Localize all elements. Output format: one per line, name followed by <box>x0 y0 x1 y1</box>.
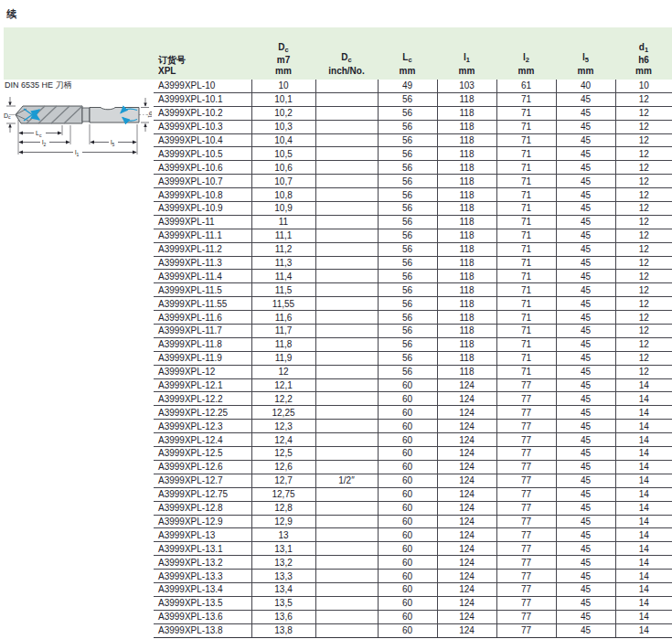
dc-mm-cell: 11,9 <box>251 351 315 365</box>
dc-mm-cell: 12,9 <box>251 515 315 528</box>
lc-cell: 56 <box>378 202 437 216</box>
dc-mm-cell: 10 <box>251 80 315 92</box>
l2-cell: 77 <box>496 556 556 570</box>
order-number-cell: A3999XPL-10 <box>154 80 251 92</box>
l5-cell: 45 <box>556 133 615 147</box>
lc-cell: 56 <box>378 270 437 283</box>
l1-cell: 118 <box>437 325 496 338</box>
l2-cell: 71 <box>496 311 556 325</box>
dc-inch-cell <box>315 325 378 338</box>
table-row: A3999XPL-10.510,556118714512 <box>154 147 672 161</box>
l1-cell: 124 <box>437 460 496 474</box>
table-row: A3999XPL-13.113,160124774514 <box>154 542 672 556</box>
l1-cell: 124 <box>437 556 496 570</box>
l5-cell: 45 <box>556 392 615 406</box>
dc-inch-cell <box>315 242 378 256</box>
dc-inch-cell <box>315 188 378 202</box>
table-row: A3999XPL-12.412,460124774514 <box>154 433 672 447</box>
l1-cell: 118 <box>437 365 496 378</box>
table-row: A3999XPL-13.513,560124774514 <box>154 596 672 610</box>
l5-cell: 45 <box>556 596 615 610</box>
lc-cell: 56 <box>378 242 437 256</box>
dc-inch-cell <box>315 392 378 406</box>
lc-cell: 56 <box>378 283 437 297</box>
order-number-cell: A3999XPL-11.7 <box>154 325 251 338</box>
l5-cell: 45 <box>556 542 615 556</box>
dc-mm-cell: 13,1 <box>251 542 315 556</box>
table-row: A3999XPL-11.911,956118714512 <box>154 351 672 365</box>
dc-inch-cell <box>315 283 378 297</box>
table-row: A3999XPL-11.211,256118714512 <box>154 242 672 256</box>
lc-cell: 60 <box>378 570 437 583</box>
order-number-cell: A3999XPL-13.8 <box>154 623 251 637</box>
order-number-cell: A3999XPL-12.4 <box>154 433 251 447</box>
l2-cell: 77 <box>496 460 556 474</box>
dc-inch-cell <box>315 406 378 420</box>
l5-cell: 45 <box>556 623 615 637</box>
l5-cell: 45 <box>556 297 615 311</box>
l1-cell: 103 <box>437 80 496 92</box>
d1-cell: 14 <box>615 556 672 570</box>
order-number-cell: A3999XPL-12.7 <box>154 474 251 487</box>
l2-cell: 77 <box>496 501 556 515</box>
shank-type-label: DIN 6535 HE 刀柄 <box>5 80 72 91</box>
d1-cell: 14 <box>615 528 672 542</box>
order-number-cell: A3999XPL-13.1 <box>154 542 251 556</box>
d1-cell: 12 <box>615 161 672 175</box>
lc-cell: 60 <box>378 501 437 515</box>
l5-cell: 45 <box>556 270 615 283</box>
lc-cell: 60 <box>378 542 437 556</box>
d1-cell: 12 <box>615 120 672 133</box>
l1-cell: 124 <box>437 570 496 583</box>
table-row: A3999XPL-11.411,456118714512 <box>154 270 672 283</box>
l1-cell: 118 <box>437 337 496 351</box>
l5-cell: 45 <box>556 188 615 202</box>
table-row: A3999XPL-11.511,556118714512 <box>154 283 672 297</box>
order-number-cell: A3999XPL-11.2 <box>154 242 251 256</box>
l2-cell: 77 <box>496 515 556 528</box>
l1-cell: 118 <box>437 175 496 188</box>
l1-cell: 118 <box>437 215 496 229</box>
table-row: A3999XPL-12.212,260124774514 <box>154 392 672 406</box>
d1-cell: 12 <box>615 92 672 106</box>
l2-cell: 77 <box>496 433 556 447</box>
dc-mm-cell: 12,75 <box>251 487 315 501</box>
dc-mm-cell: 13,5 <box>251 596 315 610</box>
l5-cell: 45 <box>556 147 615 161</box>
l5-cell: 40 <box>556 80 615 92</box>
l5-cell: 45 <box>556 92 615 106</box>
lc-cell: 60 <box>378 610 437 623</box>
dc-mm-cell: 10,5 <box>251 147 315 161</box>
order-number-cell: A3999XPL-10.2 <box>154 106 251 120</box>
d1-cell: 12 <box>615 133 672 147</box>
lc-cell: 60 <box>378 596 437 610</box>
l1-cell: 118 <box>437 351 496 365</box>
header-l2: l2 mm <box>496 27 556 80</box>
dc-inch-cell <box>315 501 378 515</box>
dc-inch-cell <box>315 582 378 596</box>
dc-mm-cell: 10,6 <box>251 161 315 175</box>
dc-mm-cell: 11,5 <box>251 283 315 297</box>
l2-cell: 71 <box>496 297 556 311</box>
order-number-cell: A3999XPL-12.3 <box>154 420 251 433</box>
dc-mm-cell: 10,7 <box>251 175 315 188</box>
lc-cell: 56 <box>378 92 437 106</box>
l1-cell: 118 <box>437 256 496 270</box>
l5-cell: 45 <box>556 378 615 392</box>
lc-cell: 56 <box>378 188 437 202</box>
l2-cell: 77 <box>496 542 556 556</box>
l2-cell: 71 <box>496 365 556 378</box>
table-row: A3999XPL-111156118714512 <box>154 215 672 229</box>
l5-cell: 45 <box>556 242 615 256</box>
l1-cell: 124 <box>437 447 496 461</box>
table-row: A3999XPL-13.413,460124774514 <box>154 582 672 596</box>
dc-mm-cell: 11 <box>251 215 315 229</box>
lc-cell: 60 <box>378 420 437 433</box>
d1-cell: 14 <box>615 501 672 515</box>
lc-cell: 56 <box>378 175 437 188</box>
l5-cell: 45 <box>556 337 615 351</box>
dc-inch-cell <box>315 623 378 637</box>
lc-cell: 60 <box>378 433 437 447</box>
lc-cell: 60 <box>378 378 437 392</box>
dc-mm-cell: 10,8 <box>251 188 315 202</box>
